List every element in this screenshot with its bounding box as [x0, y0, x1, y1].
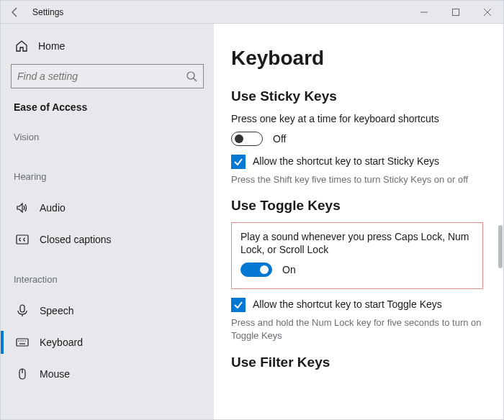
- search-input[interactable]: [17, 70, 186, 82]
- scrollbar-thumb[interactable]: [498, 225, 503, 268]
- toggle-keys-highlight-box: Play a sound whenever you press Caps Loc…: [231, 222, 483, 290]
- sidebar-group-interaction: Interaction: [14, 274, 204, 285]
- svg-point-4: [187, 72, 194, 79]
- svg-line-5: [194, 78, 197, 81]
- toggle-keys-description: Play a sound whenever you press Caps Loc…: [240, 230, 474, 257]
- mouse-icon: [15, 367, 30, 381]
- keyboard-icon: [15, 335, 30, 350]
- checkmark-icon: [233, 157, 243, 167]
- toggle-keys-toggle[interactable]: [240, 262, 272, 277]
- home-icon: [15, 40, 28, 52]
- settings-window: Settings Home Ease of Access: [0, 0, 504, 420]
- sidebar-item-audio[interactable]: Audio: [11, 192, 204, 224]
- sidebar-item-speech[interactable]: Speech: [11, 295, 204, 327]
- maximize-icon: [451, 8, 460, 17]
- svg-rect-1: [453, 9, 459, 15]
- main-content: Keyboard Use Sticky Keys Press one key a…: [214, 24, 503, 419]
- close-icon: [483, 8, 492, 17]
- toggle-keys-help: Press and hold the Num Lock key for five…: [231, 316, 483, 342]
- toggle-keys-toggle-label: On: [282, 264, 296, 275]
- sticky-keys-toggle-label: Off: [273, 133, 286, 145]
- sidebar-group-hearing: Hearing: [14, 171, 204, 182]
- sidebar-item-label: Keyboard: [40, 337, 83, 348]
- sticky-keys-shortcut-label: Allow the shortcut key to start Sticky K…: [253, 155, 439, 168]
- sticky-keys-description: Press one key at a time for keyboard sho…: [231, 113, 483, 124]
- sidebar-item-mouse[interactable]: Mouse: [11, 358, 204, 390]
- minimize-icon: [420, 8, 428, 17]
- back-button[interactable]: [1, 1, 30, 23]
- close-button[interactable]: [472, 1, 503, 24]
- svg-rect-6: [17, 235, 28, 244]
- maximize-button[interactable]: [440, 1, 472, 24]
- microphone-icon: [15, 303, 30, 318]
- closed-captions-icon: [15, 232, 30, 247]
- sidebar-home-button[interactable]: Home: [11, 34, 204, 58]
- sidebar-group-vision: Vision: [14, 132, 204, 142]
- sticky-keys-toggle[interactable]: [231, 132, 263, 146]
- sidebar-section-header: Ease of Access: [14, 101, 204, 113]
- vertical-scrollbar[interactable]: [495, 24, 503, 419]
- checkmark-icon: [233, 300, 243, 310]
- section-title-toggle-keys: Use Toggle Keys: [231, 198, 483, 214]
- toggle-keys-shortcut-label: Allow the shortcut key to start Toggle K…: [253, 298, 442, 311]
- section-title-filter-keys: Use Filter Keys: [231, 355, 483, 370]
- sticky-keys-help: Press the Shift key five times to turn S…: [231, 173, 483, 186]
- sidebar-item-keyboard[interactable]: Keyboard: [11, 327, 204, 358]
- sticky-keys-shortcut-checkbox[interactable]: [231, 155, 246, 169]
- sidebar-item-closed-captions[interactable]: Closed captions: [11, 224, 204, 255]
- svg-rect-9: [17, 339, 28, 346]
- window-title: Settings: [32, 7, 63, 17]
- minimize-button[interactable]: [408, 1, 440, 24]
- arrow-left-icon: [9, 6, 21, 18]
- search-icon: [186, 70, 197, 82]
- svg-rect-7: [20, 305, 24, 312]
- sidebar-item-label: Speech: [40, 305, 73, 316]
- sidebar-home-label: Home: [38, 40, 65, 52]
- section-title-sticky-keys: Use Sticky Keys: [231, 88, 483, 104]
- audio-icon: [15, 201, 30, 215]
- sidebar: Home Ease of Access Vision Hearing Audio…: [1, 24, 214, 419]
- titlebar: Settings: [1, 1, 503, 24]
- page-title: Keyboard: [231, 47, 483, 70]
- search-box[interactable]: [11, 64, 204, 88]
- sidebar-item-label: Mouse: [40, 368, 70, 380]
- sidebar-item-label: Audio: [40, 202, 66, 214]
- sidebar-item-label: Closed captions: [40, 234, 112, 245]
- toggle-keys-shortcut-checkbox[interactable]: [231, 298, 246, 312]
